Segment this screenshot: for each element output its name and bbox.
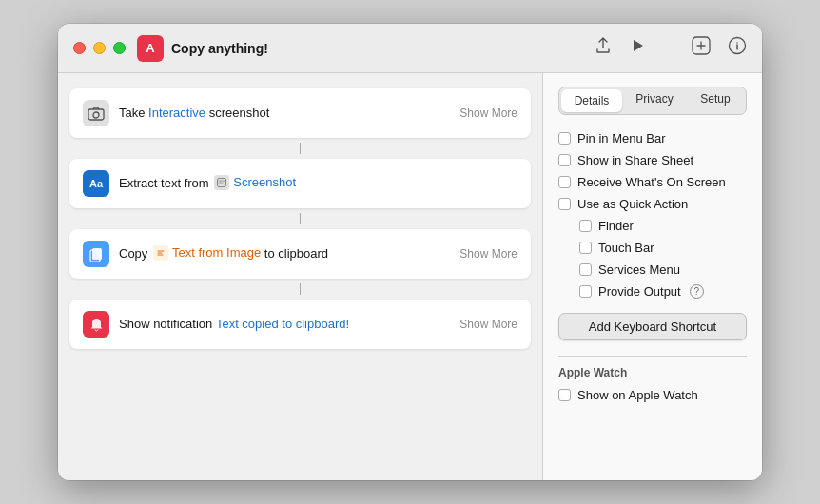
close-button[interactable] bbox=[73, 42, 86, 54]
checkbox-finder[interactable] bbox=[579, 220, 592, 232]
tab-privacy[interactable]: Privacy bbox=[624, 87, 685, 114]
inline-screenshot-icon bbox=[214, 175, 229, 190]
svg-point-3 bbox=[93, 112, 99, 118]
step-icon-notification bbox=[83, 311, 109, 338]
label-provide-output: Provide Output bbox=[598, 284, 681, 299]
traffic-lights bbox=[73, 42, 126, 54]
option-show-on-watch: Show on Apple Watch bbox=[558, 385, 747, 405]
main-window: A Copy anything! bbox=[58, 24, 762, 480]
show-more-1[interactable]: Show More bbox=[459, 107, 517, 120]
tab-setup[interactable]: Setup bbox=[685, 87, 746, 114]
option-pin-menu-bar: Pin in Menu Bar bbox=[558, 128, 747, 148]
titlebar-actions bbox=[595, 36, 747, 60]
content-area: Take Interactive screenshot Show More Aa… bbox=[58, 73, 762, 480]
label-receive-on-screen: Receive What's On Screen bbox=[577, 175, 726, 189]
label-services-menu: Services Menu bbox=[598, 262, 680, 277]
step-text-take-screenshot: Take Interactive screenshot bbox=[119, 105, 450, 122]
label-finder: Finder bbox=[598, 219, 634, 233]
step-text-notification: Show notification Text copied to clipboa… bbox=[119, 316, 450, 333]
checkbox-touch-bar[interactable] bbox=[579, 242, 592, 254]
checkbox-show-share-sheet[interactable] bbox=[558, 154, 571, 166]
help-icon-provide-output[interactable]: ? bbox=[690, 284, 704, 299]
step-highlight-screenshot: Screenshot bbox=[233, 174, 296, 191]
label-pin-menu-bar: Pin in Menu Bar bbox=[577, 131, 666, 145]
option-quick-action: Use as Quick Action bbox=[558, 194, 747, 214]
label-show-share-sheet: Show in Share Sheet bbox=[577, 153, 693, 167]
minimize-button[interactable] bbox=[93, 42, 106, 54]
details-panel: Details Privacy Setup Pin in Menu Bar Sh… bbox=[543, 73, 762, 480]
connector-3 bbox=[69, 282, 531, 296]
step-icon-camera bbox=[83, 100, 109, 126]
checkbox-services-menu[interactable] bbox=[579, 263, 592, 276]
step-copy-text[interactable]: Copy Text from Image to clipboard Show M… bbox=[69, 229, 531, 279]
option-touch-bar: Touch Bar bbox=[558, 238, 747, 258]
step-highlight-textfromimage: Text from Image bbox=[172, 244, 261, 262]
connector-1 bbox=[69, 142, 531, 155]
step-take-screenshot[interactable]: Take Interactive screenshot Show More bbox=[69, 88, 531, 138]
maximize-button[interactable] bbox=[113, 42, 126, 54]
option-show-share-sheet: Show in Share Sheet bbox=[558, 150, 747, 170]
step-text-copy: Copy Text from Image to clipboard bbox=[119, 244, 450, 262]
app-icon: A bbox=[137, 35, 164, 62]
connector-line-3 bbox=[300, 283, 301, 295]
label-show-on-watch: Show on Apple Watch bbox=[577, 388, 698, 402]
connector-line-1 bbox=[300, 143, 301, 154]
connector-2 bbox=[69, 212, 531, 225]
checkbox-show-on-watch[interactable] bbox=[558, 389, 571, 401]
checkbox-quick-action[interactable] bbox=[558, 198, 571, 210]
checkbox-receive-on-screen[interactable] bbox=[558, 176, 571, 188]
step-highlight-copied: Text copied to clipboard! bbox=[216, 317, 349, 331]
titlebar: A Copy anything! bbox=[58, 24, 762, 73]
label-touch-bar: Touch Bar bbox=[598, 241, 654, 255]
add-icon[interactable] bbox=[692, 36, 711, 60]
step-icon-copy bbox=[83, 241, 109, 267]
step-text-extract: Extract text from Screenshot bbox=[119, 174, 517, 192]
option-provide-output: Provide Output ? bbox=[558, 281, 747, 301]
checkbox-pin-menu-bar[interactable] bbox=[558, 132, 571, 145]
checkbox-provide-output[interactable] bbox=[579, 285, 592, 298]
step-highlight-interactive: Interactive bbox=[148, 106, 205, 120]
label-quick-action: Use as Quick Action bbox=[577, 197, 688, 211]
show-more-3[interactable]: Show More bbox=[459, 247, 517, 261]
share-icon[interactable] bbox=[595, 37, 612, 59]
info-icon[interactable] bbox=[728, 36, 747, 60]
option-receive-on-screen: Receive What's On Screen bbox=[558, 172, 747, 192]
section-divider bbox=[558, 356, 747, 357]
option-finder: Finder bbox=[558, 216, 747, 236]
panel-tabs: Details Privacy Setup bbox=[558, 87, 747, 115]
option-services-menu: Services Menu bbox=[558, 260, 747, 280]
workflow-steps: Take Interactive screenshot Show More Aa… bbox=[58, 73, 543, 480]
step-show-notification[interactable]: Show notification Text copied to clipboa… bbox=[69, 300, 531, 349]
step-icon-extract: Aa bbox=[83, 170, 109, 197]
window-title: Copy anything! bbox=[171, 41, 595, 56]
connector-line-2 bbox=[300, 213, 301, 224]
add-keyboard-shortcut-button[interactable]: Add Keyboard Shortcut bbox=[558, 313, 747, 340]
options-list: Pin in Menu Bar Show in Share Sheet Rece… bbox=[558, 128, 747, 301]
step-extract-text[interactable]: Aa Extract text from Screenshot bbox=[69, 159, 531, 208]
apple-watch-section-label: Apple Watch bbox=[558, 366, 747, 379]
run-icon[interactable] bbox=[629, 37, 646, 59]
tab-details[interactable]: Details bbox=[561, 89, 622, 112]
inline-textfromimage-icon bbox=[153, 245, 168, 261]
show-more-4[interactable]: Show More bbox=[459, 318, 517, 331]
